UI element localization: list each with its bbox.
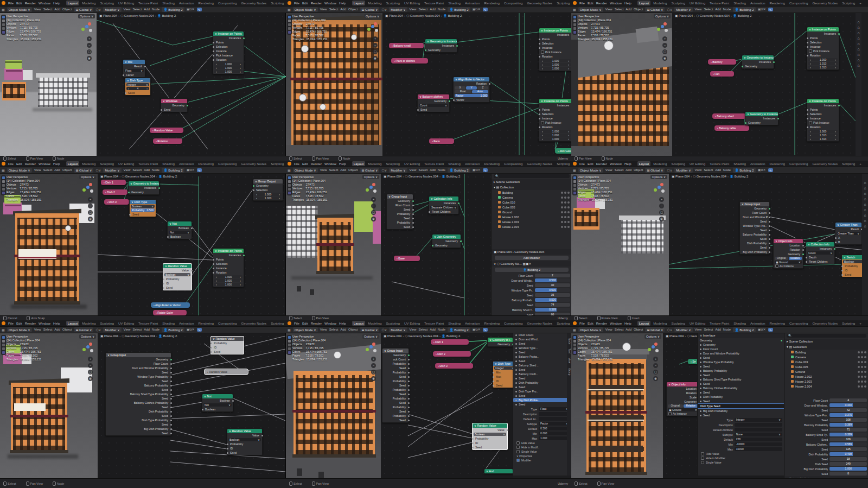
snapping-icon[interactable]: ∿ — [197, 328, 202, 332]
viewport-toolbar[interactable] — [287, 15, 292, 35]
node-socket-input[interactable]: Probability — [227, 442, 262, 446]
node-and[interactable]: ∨ And — [484, 468, 513, 474]
node-group-name[interactable]: 👤 Building 2 — [733, 327, 756, 332]
node-socket-input[interactable]: Points — [539, 37, 571, 41]
tool-icon[interactable] — [573, 184, 576, 187]
node-socket-output[interactable]: Geometry — [387, 199, 413, 203]
socket-dot[interactable] — [539, 56, 540, 58]
node-value-field[interactable]: ‹1.313› — [808, 62, 838, 65]
socket-dot[interactable] — [210, 347, 212, 348]
node-menu-add[interactable]: Add — [715, 8, 721, 11]
node-socket-output[interactable]: Instances — [745, 116, 778, 121]
navigation-gizmo[interactable] — [81, 182, 93, 194]
node-checkbox[interactable]: Pick Instance — [809, 121, 837, 124]
menu-item-help[interactable]: Help — [624, 1, 631, 5]
workspace-tab-uv-editing[interactable]: UV Editing — [403, 1, 422, 5]
modifier-checkbox[interactable]: Modifier — [513, 458, 571, 462]
node-value-field[interactable]: ‹1.313› — [808, 66, 838, 69]
node-socket-output[interactable]: Door and Window Probability — [106, 366, 171, 370]
node-socket-output[interactable]: Geometry — [161, 103, 187, 107]
node-socket-input[interactable]: Points — [213, 257, 244, 262]
node-socket-output[interactable]: Instances — [213, 253, 244, 257]
node-socket-output[interactable]: Instances — [425, 43, 457, 48]
node-collapsed-dish-1[interactable]: › Dish 1 — [101, 180, 126, 185]
outliner-item-building[interactable]: Building — [492, 190, 571, 195]
node-checkbox[interactable]: Pick Instance — [541, 50, 570, 54]
node-socket-output[interactable]: Seed — [106, 388, 171, 392]
socket-dot[interactable] — [539, 113, 540, 115]
tool-icon[interactable] — [2, 192, 5, 194]
detail-value[interactable]: None∨ — [735, 433, 782, 436]
viewport-menu-object[interactable]: Object — [62, 328, 72, 331]
node-collapsed-fans[interactable]: › Fans — [429, 138, 454, 144]
node-menu-node[interactable]: Node — [438, 8, 445, 11]
node-group-input[interactable]: ∨ Group InputGeometryFloor CountDoor and… — [105, 352, 171, 436]
node-socket-input[interactable]: Geometry — [745, 121, 778, 125]
breadcrumb-item[interactable]: ⬡ Geometry Nodes.004 — [405, 334, 438, 338]
node-editor-type-icon[interactable]: ⬡∨ — [95, 8, 101, 11]
socket-dot[interactable] — [170, 385, 172, 386]
workspace-tab-modeling[interactable]: Modeling — [80, 321, 97, 326]
socket-dot[interactable] — [745, 122, 746, 124]
socket-dot[interactable] — [834, 248, 835, 250]
visibility-icon[interactable] — [567, 221, 570, 223]
group-socket-item[interactable]: Big Dish Probability — [698, 409, 784, 413]
node-socket-input[interactable]: Rotation — [539, 54, 571, 59]
gizmo-axis-dot[interactable] — [88, 22, 91, 26]
node-menu-add[interactable]: Add — [430, 168, 436, 172]
node-menu-select[interactable]: Select — [132, 328, 142, 331]
socket-dot[interactable] — [408, 415, 410, 417]
pin-icon[interactable]: ▣⧉✕ — [473, 327, 481, 332]
socket-dot[interactable] — [213, 59, 214, 61]
group-socket-item[interactable]: Door and Window Probability — [698, 351, 784, 356]
tool-icon[interactable] — [288, 336, 291, 339]
gizmo-axis-dot[interactable] — [90, 189, 93, 193]
viewport-nav-button[interactable]: ▢ — [659, 210, 664, 215]
viewport-nav-button[interactable]: ◉ — [88, 217, 93, 221]
viewport-menu-select[interactable]: Select — [615, 328, 624, 331]
node-socket-input[interactable]: Instance — [539, 46, 571, 50]
node-socket-output[interactable]: Door and Window P.. — [740, 215, 769, 219]
node-socket-input[interactable]: Selection — [539, 41, 571, 46]
node-header[interactable]: ∨ Object Info — [774, 239, 803, 243]
viewport-menu-view[interactable]: View — [605, 8, 612, 11]
viewport-toolbar[interactable] — [1, 335, 6, 355]
group-socket-item[interactable]: Window Type .. — [513, 346, 571, 350]
node-socket-input[interactable]: Seed — [418, 107, 449, 112]
node-menu-select[interactable]: Select — [132, 168, 142, 172]
param-value[interactable]: 36 — [535, 293, 570, 297]
node-socket-input[interactable]: ID — [211, 345, 244, 350]
viewport-toolbar[interactable] — [287, 175, 292, 195]
gizmo-axis-dot[interactable] — [82, 348, 86, 351]
node-toggle-button[interactable]: Y — [466, 86, 477, 90]
node-menu-add[interactable]: Add — [430, 328, 436, 331]
socket-dot[interactable] — [227, 452, 228, 454]
node-socket-output[interactable]: Geometry — [667, 400, 699, 404]
menu-item-window[interactable]: Window — [39, 1, 50, 5]
pin-icon[interactable]: ▣⧉✕ — [473, 7, 481, 11]
node-menu-add[interactable]: Add — [715, 328, 721, 331]
socket-dot[interactable] — [841, 265, 843, 267]
menu-item-help[interactable]: Help — [53, 1, 60, 5]
editor-type-icon[interactable]: ▦ — [288, 328, 291, 332]
mode-select[interactable]: Object Mode ∨ — [7, 7, 32, 12]
node-geometry-to-i-[interactable]: ∨ Geometry to I..Geometry — [487, 337, 513, 347]
node-socket-output[interactable]: Big Dish Probability — [740, 250, 769, 254]
transform-orientation[interactable]: ⊞ Global ∨ — [74, 7, 93, 12]
blender-logo-icon[interactable] — [288, 321, 291, 325]
visibility-icon[interactable] — [564, 216, 566, 218]
workspace-tab-modeling[interactable]: Modeling — [80, 161, 97, 166]
workspace-tab-texture-paint[interactable]: Texture Paint — [423, 321, 445, 326]
options-dropdown[interactable]: Options ∨ — [78, 14, 95, 18]
menu-item-window[interactable]: Window — [610, 1, 622, 5]
gizmo-axis-dot[interactable] — [373, 349, 376, 352]
gizmo-axis-dot[interactable] — [371, 25, 374, 28]
group-socket-item[interactable]: Seed — [513, 376, 571, 381]
socket-dot[interactable] — [472, 438, 474, 440]
home-icon[interactable]: ⌂ — [857, 31, 859, 35]
modifier-select[interactable]: Modifier ∨ — [389, 327, 407, 332]
modifier-select[interactable]: Modifier ∨ — [674, 7, 692, 12]
workspace-tab-compositing[interactable]: Compositing — [502, 161, 524, 166]
node-editor[interactable]: ▣ Plane.004›⬡ Geometry Nodes.004›👤 Build… — [97, 12, 286, 156]
node-socket-input[interactable]: Geometry — [129, 190, 159, 194]
